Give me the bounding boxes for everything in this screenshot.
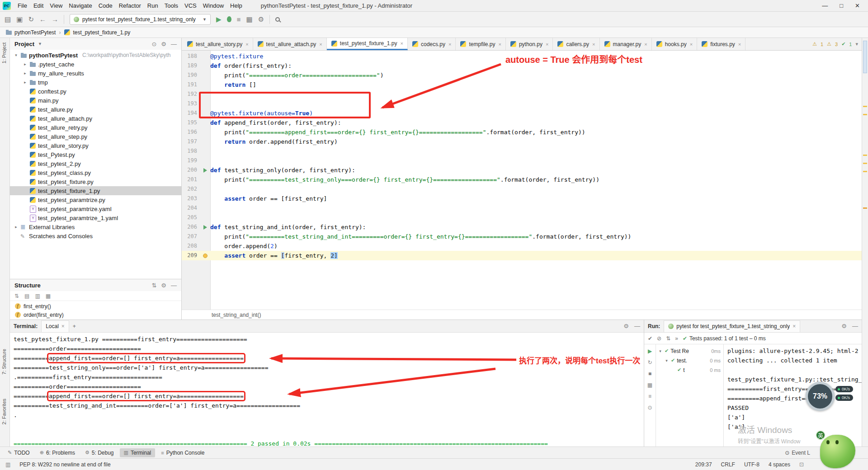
editor-tab[interactable]: test_allure_attach.py × [253,38,327,50]
back-icon[interactable]: ← [39,16,46,23]
ime-language-icon[interactable]: 英 [816,430,826,440]
editor-tab[interactable]: codecs.py × [408,38,456,50]
project-tree-item[interactable]: test_pytest_2.py [10,159,181,168]
hide-panel-icon[interactable]: — [852,323,858,329]
options-icon[interactable]: ≡ [648,393,651,400]
editor-tab[interactable]: test_allure_story.py × [183,38,253,50]
warning-mark[interactable] [863,207,867,209]
close-button[interactable]: ✕ [855,2,860,9]
rerun-icon[interactable]: ▶ [648,348,652,354]
menu-item[interactable]: View [47,1,66,10]
terminal-output[interactable]: test_pytest_fixture_1.py ==========first… [10,333,644,446]
indent-setting[interactable]: 4 spaces [769,461,790,468]
tree-expand-icon[interactable]: ▾ [658,349,663,353]
editor-tab[interactable]: hooks.py × [652,38,697,50]
project-tree-item[interactable]: main.py [10,96,181,105]
run-test-icon[interactable] [203,168,207,173]
tool-window-button[interactable]: ≡ Python Console [157,448,208,457]
close-tab-icon[interactable]: × [245,42,248,47]
structure-item[interactable]: first_entry() [10,302,181,310]
stop-button[interactable]: ■ [237,16,241,23]
menu-item[interactable]: VCS [181,1,200,10]
tool-stripe-favorites[interactable]: 2: Favorites [1,399,7,424]
menu-item[interactable]: File [14,1,30,10]
editor-tab[interactable]: python.py × [506,38,553,50]
scrollbar-thumb[interactable] [863,41,867,73]
terminal-tab[interactable]: Local × [41,320,69,332]
project-tree-item[interactable]: test_Pytest.py [10,150,181,159]
project-tree-item[interactable]: test_pytest_fixture.py [10,177,181,186]
close-tab-icon[interactable]: × [644,42,647,47]
lock-icon[interactable]: ⊡ [799,461,804,468]
project-panel-title[interactable]: Project [14,41,34,47]
menu-item[interactable]: Help [227,1,245,10]
run-console[interactable]: plugins: allure-pytest-2.9.45; html-2 co… [724,344,862,446]
project-tree-item[interactable]: Scratches and Consoles [10,231,181,240]
coverage-icon[interactable]: ▦ [246,16,253,23]
tree-expand-icon[interactable]: ▾ [664,358,669,363]
tree-expand-icon[interactable]: ▸ [14,225,19,229]
open-icon[interactable]: ▤ [5,16,11,23]
project-tree-item[interactable]: ▸ my_allure_results [10,69,181,78]
history-icon[interactable]: ▦ [647,382,652,388]
hide-panel-icon[interactable]: — [171,282,177,289]
status-message[interactable]: PEP 8: W292 no newline at end of file [19,461,110,468]
project-tree-item[interactable]: test_pytest_class.py [10,168,181,177]
locate-icon[interactable]: ⊙ [151,41,156,47]
tool-window-button[interactable]: ⚙ 5: Debug [81,448,118,457]
ignore-icon[interactable]: ⊘ [657,335,661,342]
editor-tab[interactable]: callers.py × [553,38,599,50]
project-tree-item[interactable]: test_allure.py [10,105,181,114]
tree-expand-icon[interactable]: ▸ [23,62,28,66]
warning-mark[interactable] [863,114,867,115]
test-tree-item[interactable]: ✔ t 0 ms [656,365,723,375]
debug-button[interactable] [227,16,231,22]
run-tab[interactable]: pytest for test_pytest_fixture_1.test_st… [664,320,800,332]
project-tree-item[interactable]: test_allure_story.py [10,141,181,150]
menu-item[interactable]: Edit [30,1,47,10]
close-tab-icon[interactable]: × [793,323,796,329]
project-tree-item[interactable]: test_allure_attach.py [10,114,181,123]
warning-mark[interactable] [863,106,867,107]
toolwindow-toggle-icon[interactable]: ▥ [5,461,10,468]
stop-icon[interactable]: ■ [648,371,651,377]
gear-icon[interactable]: ⚙ [161,41,166,47]
settings-wrench-icon[interactable]: ⚙ [258,16,264,23]
test-tree-item[interactable]: ▾ ✔ Test Re 0ms [656,346,723,356]
show-passed-icon[interactable]: ✔ [648,335,652,342]
save-all-icon[interactable]: ▣ [16,16,23,23]
tool-stripe-project[interactable]: 1: Project [1,42,7,63]
menu-item[interactable]: Run [144,1,161,10]
project-tree-item[interactable]: test_pytest_fixture_1.py [10,186,181,195]
group-icon[interactable]: ▦ [46,293,51,299]
menu-item[interactable]: Window [200,1,227,10]
tool-window-button[interactable]: ⊕ 6: Problems [36,448,79,457]
maximize-button[interactable]: □ [840,2,843,9]
tree-expand-icon[interactable]: ▸ [23,71,28,75]
menu-item[interactable]: Tools [161,1,181,10]
editor-tab[interactable]: fixtures.py × [697,38,745,50]
warning-mark[interactable] [863,171,867,172]
close-tab-icon[interactable]: × [738,42,741,47]
editor-tab[interactable]: test_pytest_fixture_1.py × [327,38,408,50]
test-tree-item[interactable]: ▾ ✔ test. 0 ms [656,356,723,365]
close-tab-icon[interactable]: × [448,42,451,47]
structure-item[interactable]: order(first_entry) [10,310,181,319]
run-button[interactable]: ▶ [216,16,222,23]
breadcrumb-file[interactable]: test_pytest_fixture_1.py [64,29,130,36]
tree-expand-icon[interactable]: ▸ [23,80,28,85]
tool-window-button[interactable]: ✎ TODO [4,448,34,457]
sort-icon[interactable]: ⇅ [666,335,670,342]
inspections-widget[interactable]: ⚠1 ⚠3 ✔1 ▾ [809,38,862,50]
close-tab-icon[interactable]: × [690,42,693,47]
ime-sticker-overlay[interactable]: 英 [816,432,856,469]
sort-icon[interactable]: ⇅ [14,293,19,299]
close-tab-icon[interactable]: × [61,323,65,329]
new-terminal-button[interactable]: + [73,323,76,329]
intention-bulb-icon[interactable] [203,254,208,258]
rerun-failed-icon[interactable]: ↻ [647,359,652,366]
project-tree-item[interactable]: conftest.py [10,87,181,96]
gear-icon[interactable]: ⚙ [841,323,847,329]
project-tree-item[interactable]: test_pytest_paramtrize.yaml [10,204,181,213]
warning-mark[interactable] [863,155,867,156]
